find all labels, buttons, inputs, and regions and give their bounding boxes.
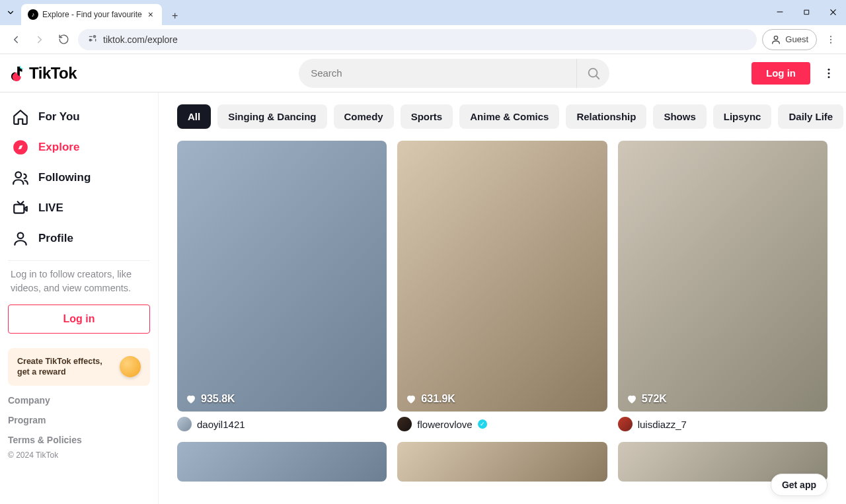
like-count: 572K <box>626 393 667 405</box>
reload-button[interactable] <box>54 30 73 49</box>
search-bar: Search <box>299 59 609 88</box>
home-icon <box>12 108 29 126</box>
sidebar-item-label: For You <box>38 110 80 124</box>
window-controls <box>771 4 842 20</box>
sidebar-login-button[interactable]: Log in <box>8 305 150 334</box>
svg-point-10 <box>828 76 830 78</box>
svg-point-12 <box>15 172 21 178</box>
svg-point-6 <box>830 42 831 43</box>
category-pill[interactable]: Lipsync <box>713 104 772 129</box>
heart-icon <box>626 393 638 405</box>
tab-title: Explore - Find your favourite <box>42 10 142 19</box>
category-pill[interactable]: Singing & Dancing <box>217 104 327 129</box>
compass-icon <box>12 139 29 156</box>
author-name: flowerovlove <box>417 419 472 430</box>
sidebar-item-profile[interactable]: Profile <box>8 223 150 254</box>
copyright-text: © 2024 TikTok <box>8 450 150 460</box>
site-header: TikTok Search Log in <box>0 54 846 92</box>
forward-button[interactable] <box>30 30 49 49</box>
svg-point-4 <box>830 36 831 37</box>
svg-point-3 <box>775 36 778 39</box>
category-pill-all[interactable]: All <box>177 104 211 129</box>
svg-point-14 <box>18 233 24 238</box>
sidebar-item-label: Following <box>38 171 91 184</box>
sidebar-item-live[interactable]: LIVE <box>8 193 150 223</box>
like-count: 935.8K <box>185 393 235 405</box>
video-thumbnail[interactable] <box>177 442 387 482</box>
footer-link-company[interactable]: Company <box>8 395 150 406</box>
profile-chip-label: Guest <box>785 34 808 44</box>
like-count: 631.9K <box>405 393 455 405</box>
video-author[interactable]: luisdiazz_7 <box>618 417 827 431</box>
effects-banner-text: Create TikTok effects, get a reward <box>17 356 103 378</box>
sidebar-item-for-you[interactable]: For You <box>8 102 150 132</box>
video-thumbnail[interactable] <box>397 442 607 482</box>
users-icon <box>12 169 29 186</box>
avatar <box>177 417 192 431</box>
live-icon <box>12 199 29 217</box>
footer-link-program[interactable]: Program <box>8 415 150 425</box>
search-input[interactable]: Search <box>299 67 576 79</box>
sidebar-item-label: Explore <box>38 141 79 154</box>
video-author[interactable]: daoyil1421 <box>177 417 387 431</box>
video-thumbnail[interactable]: 631.9K <box>397 141 607 412</box>
video-card: 572K luisdiazz_7 <box>618 141 827 431</box>
svg-rect-13 <box>14 205 24 213</box>
header-login-button[interactable]: Log in <box>751 62 810 85</box>
svg-rect-0 <box>804 10 808 14</box>
header-more-button[interactable] <box>822 67 835 80</box>
maximize-button[interactable] <box>797 4 816 20</box>
site-settings-icon[interactable] <box>87 33 98 46</box>
browser-menu-button[interactable] <box>822 34 839 45</box>
get-app-button[interactable]: Get app <box>771 474 827 496</box>
browser-tab[interactable]: ♪ Explore - Find your favourite × <box>21 4 162 25</box>
video-thumbnail[interactable]: 572K <box>618 141 827 412</box>
like-count-value: 572K <box>642 393 667 405</box>
url-text: tiktok.com/explore <box>103 34 178 45</box>
sidebar: For You Explore Following LIVE Profile L… <box>0 92 159 504</box>
video-card: 631.9K flowerovlove ✓ <box>397 141 607 431</box>
login-hint-text: Log in to follow creators, like videos, … <box>8 268 150 305</box>
tab-favicon: ♪ <box>28 9 38 20</box>
video-card <box>177 442 387 482</box>
sidebar-item-following[interactable]: Following <box>8 162 150 193</box>
author-name: daoyil1421 <box>197 419 245 430</box>
video-thumbnail[interactable]: 935.8K <box>177 141 387 412</box>
logo[interactable]: TikTok <box>11 64 77 83</box>
author-name: luisdiazz_7 <box>638 419 687 430</box>
back-button[interactable] <box>7 30 25 49</box>
category-row: All Singing & Dancing Comedy Sports Anim… <box>177 104 827 129</box>
sidebar-item-label: Profile <box>38 232 73 245</box>
minimize-button[interactable] <box>771 4 789 20</box>
footer-link-terms[interactable]: Terms & Policies <box>8 435 150 445</box>
user-icon <box>12 230 29 247</box>
new-tab-button[interactable]: + <box>166 7 184 25</box>
video-grid: 935.8K daoyil1421 631.9K <box>177 141 827 482</box>
category-pill[interactable]: Shows <box>653 104 706 129</box>
category-pill[interactable]: Sports <box>401 104 453 129</box>
like-count-value: 935.8K <box>201 393 235 405</box>
category-pill[interactable]: Relationship <box>566 104 646 129</box>
sidebar-item-explore[interactable]: Explore <box>8 132 150 162</box>
profile-chip[interactable]: Guest <box>762 29 817 50</box>
search-button[interactable] <box>576 59 609 88</box>
category-pill[interactable]: Daily Life <box>778 104 843 129</box>
svg-point-1 <box>94 36 96 38</box>
close-window-button[interactable] <box>824 4 842 20</box>
divider <box>8 260 150 261</box>
avatar <box>618 417 633 431</box>
tab-list-dropdown[interactable] <box>4 6 17 19</box>
svg-point-9 <box>828 72 830 74</box>
coin-icon <box>120 356 141 377</box>
like-count-value: 631.9K <box>421 393 455 405</box>
effects-banner[interactable]: Create TikTok effects, get a reward <box>8 348 150 386</box>
verified-badge-icon: ✓ <box>478 419 487 429</box>
video-card: 935.8K daoyil1421 <box>177 141 387 431</box>
address-bar[interactable]: tiktok.com/explore <box>78 29 757 50</box>
browser-toolbar: tiktok.com/explore Guest <box>0 25 846 54</box>
category-pill[interactable]: Comedy <box>334 104 394 129</box>
video-author[interactable]: flowerovlove ✓ <box>397 417 607 431</box>
tab-close-button[interactable]: × <box>146 10 155 19</box>
heart-icon <box>185 393 197 405</box>
category-pill[interactable]: Anime & Comics <box>459 104 559 129</box>
